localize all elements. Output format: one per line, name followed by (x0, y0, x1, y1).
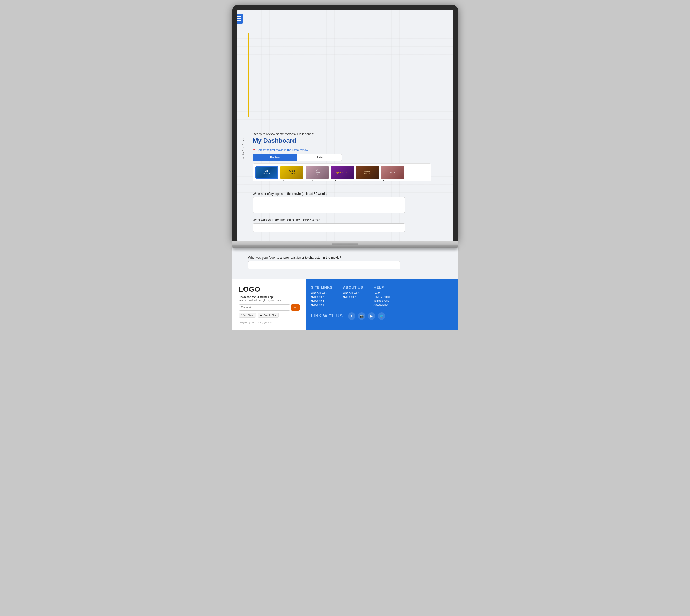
google-play-label: Google Play (263, 314, 276, 316)
footer-col-help: HELP FAQs Privacy Policy Terms of Use Ac… (374, 285, 390, 307)
footer-download-text: Download the FilmVote app! (239, 296, 300, 299)
character-label: Who was your favorite and/or least favor… (248, 256, 453, 260)
dashboard-title: My Dashboard (253, 137, 448, 144)
site-link-3[interactable]: Hyperlink 3 (311, 299, 332, 302)
site-link-4[interactable]: Hyperlink 4 (311, 303, 332, 306)
footer-send-button[interactable]: → (291, 304, 300, 311)
movie-card-mr-clean[interactable]: MR.CLEAN Mr. Clean Feature (255, 166, 278, 179)
facebook-icon[interactable]: f (348, 312, 355, 320)
footer-input-row: → (239, 304, 300, 311)
dashboard-area: Ready to review some movies? Do it here … (237, 128, 453, 186)
movie-card-cabin-fever[interactable]: CABINFEVER Cabin Fever TV Pilot (280, 166, 303, 179)
favorite-part-input[interactable] (253, 223, 405, 232)
synopsis-label: Write a brief synopsis of the movie (at … (253, 192, 448, 196)
movie-poster-pilot: PILOT (381, 166, 404, 179)
help-privacy[interactable]: Privacy Policy (374, 295, 390, 298)
accent-bar (247, 33, 249, 117)
instagram-icon[interactable]: 📷 (358, 312, 365, 320)
tabs-row: Review Rate (253, 154, 342, 161)
footer-store-row:  App Store ▶ Google Play (239, 313, 300, 318)
quality-title: Quality (331, 180, 354, 181)
about-link-who[interactable]: Who Are We? (343, 291, 363, 294)
below-screen-content: Who was your favorite and/or least favor… (233, 248, 458, 279)
character-input[interactable] (248, 261, 400, 269)
movie-card-pilot[interactable]: PILOT Pilot Short (381, 166, 404, 179)
app-store-label: App Store (243, 314, 253, 316)
my-other-me-poster-label: MYOTHERME (314, 169, 320, 176)
movie-card-quality[interactable]: QUALITY Quality Documentary (331, 166, 354, 179)
synopsis-textarea[interactable] (253, 197, 405, 213)
menu-line-2 (237, 18, 241, 19)
footer-phone-input[interactable] (239, 304, 290, 311)
help-title: HELP (374, 285, 390, 289)
footer-links-section: SITE LINKS Who Are We? Hyperlink 2 Hyper… (306, 279, 458, 330)
mr-clean-title: Mr. Clean (256, 179, 277, 181)
twitter-icon[interactable]: 🐦 (378, 312, 385, 320)
about-us-title: ABOUT US (343, 285, 363, 289)
footer-logo: LOGO (239, 285, 300, 293)
apple-icon:  (241, 314, 242, 317)
laptop-foot (233, 245, 458, 248)
on-bridge-poster-label: ON THEBRIDGE (364, 170, 370, 175)
footer-send-text: Send a download link right to your phone… (239, 299, 300, 302)
footer-copyright: Designed by AYCD | Copyright 2022 (239, 321, 300, 324)
help-terms[interactable]: Terms of Use (374, 299, 390, 302)
help-faqs[interactable]: FAQs (374, 291, 390, 294)
youtube-icon[interactable]: ▶ (368, 312, 375, 320)
pilot-title: Pilot (381, 180, 404, 181)
movie-poster-on-bridge: ON THEBRIDGE (356, 166, 379, 179)
link-with-us-label: LINK WITH US (311, 314, 343, 318)
movie-poster-cabin-fever: CABINFEVER (280, 166, 303, 179)
movies-row: MR.CLEAN Mr. Clean Feature CABINFEVER Ca… (253, 163, 431, 181)
footer-col-about-us: ABOUT US Who Are We? Hyperlink 2 (343, 285, 363, 307)
pilot-poster-label: PILOT (390, 172, 395, 173)
menu-line-1 (237, 17, 241, 17)
google-play-icon: ▶ (260, 314, 262, 317)
mr-clean-poster-label: MR.CLEAN (263, 170, 269, 175)
social-icons: f 📷 ▶ 🐦 (348, 312, 385, 320)
movie-card-on-bridge[interactable]: ON THEBRIDGE On the Bridge Feature (356, 166, 379, 179)
menu-line-3 (237, 20, 241, 21)
cabin-fever-title: Cabin Fever (280, 180, 303, 181)
quality-poster-label: QUALITY (336, 172, 348, 173)
trackpad-notch (332, 243, 358, 245)
google-play-badge[interactable]: ▶ Google Play (258, 313, 279, 318)
site-link-who[interactable]: Who Are We? (311, 291, 332, 294)
review-form: Write a brief synopsis of the movie (at … (237, 187, 453, 241)
cabin-fever-poster-label: CABINFEVER (289, 170, 295, 175)
movie-poster-my-other-me: MYOTHERME (306, 166, 329, 179)
ready-text: Ready to review some movies? Do it here … (253, 132, 448, 136)
on-bridge-title: On the Bridge (356, 180, 379, 181)
hint-message: Select the first movie in the list to re… (257, 148, 308, 151)
favorite-part-label: What was your favorite part of the movie… (253, 218, 448, 222)
footer-link-with-us-row: LINK WITH US f 📷 ▶ 🐦 (311, 312, 453, 320)
footer: LOGO Download the FilmVote app! Send a d… (233, 279, 458, 330)
help-accessibility[interactable]: Accessibility (374, 303, 390, 306)
footer-columns: SITE LINKS Who Are We? Hyperlink 2 Hyper… (311, 285, 453, 307)
about-link-2[interactable]: Hyperlink 2 (343, 295, 363, 298)
site-link-2[interactable]: Hyperlink 2 (311, 295, 332, 298)
tab-rate[interactable]: Rate (297, 154, 342, 161)
app-store-badge[interactable]:  App Store (239, 313, 256, 318)
my-other-me-title: My Other Me (306, 180, 329, 181)
movie-poster-mr-clean: MR.CLEAN (256, 167, 277, 178)
movie-poster-quality: QUALITY (331, 166, 354, 179)
menu-button[interactable] (237, 14, 243, 24)
footer-col-site-links: SITE LINKS Who Are We? Hyperlink 2 Hyper… (311, 285, 332, 307)
hint-asterisk: ✱ (253, 148, 255, 151)
select-hint: ✱ Select the first movie in the list to … (253, 148, 448, 151)
site-links-title: SITE LINKS (311, 285, 332, 289)
laptop-base (233, 241, 458, 245)
tab-review[interactable]: Review (253, 154, 297, 161)
footer-logo-section: LOGO Download the FilmVote app! Send a d… (233, 279, 306, 330)
movie-card-my-other-me[interactable]: MYOTHERME My Other Me Short (306, 166, 329, 179)
